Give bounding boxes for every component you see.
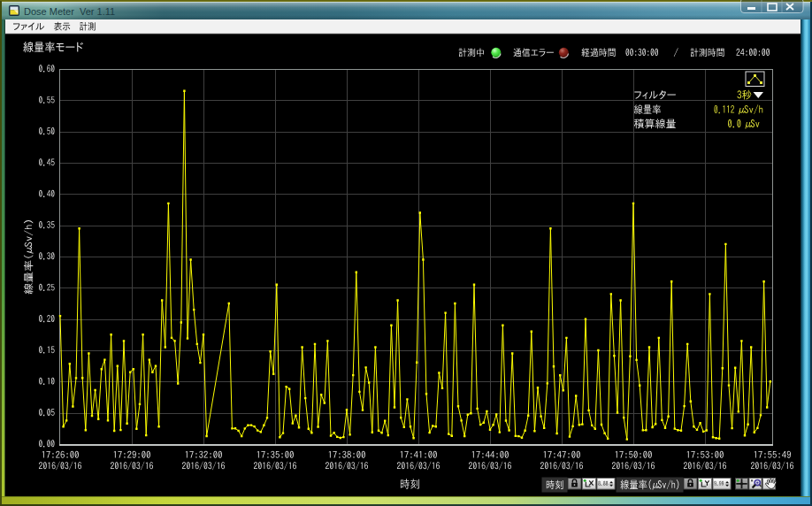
svg-text:Dose Meter Ver 1.11: Dose Meter Ver 1.11 bbox=[24, 6, 115, 17]
